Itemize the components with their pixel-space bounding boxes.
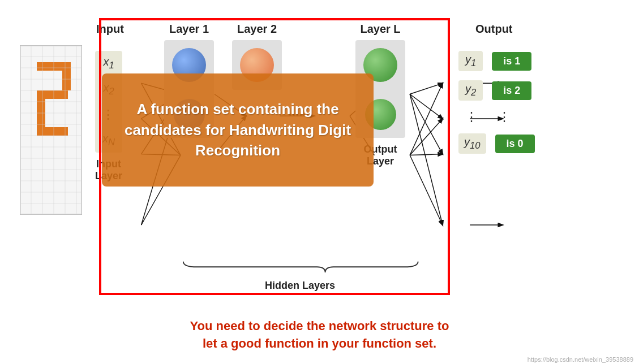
output-nodes-container: y1 is 1 y2 is 2 ⋮ ⋮ y10 is 0: [458, 51, 535, 154]
output-row-dots: ⋮ ⋮: [458, 110, 535, 124]
output-row-10: y10 is 0: [458, 133, 535, 154]
svg-rect-27: [62, 62, 71, 90]
output-badge-2: is 2: [492, 81, 531, 100]
output-top-label: Output: [475, 23, 513, 36]
svg-rect-28: [37, 90, 68, 99]
overlay-box: A function set containing the candidates…: [102, 73, 374, 187]
output-badge-1: is 1: [492, 52, 531, 71]
output-dots: ⋮: [458, 110, 478, 124]
output-label-y10: y10: [458, 133, 486, 154]
output-row-2: y2 is 2: [458, 80, 535, 101]
svg-rect-30: [37, 127, 68, 136]
watermark: https://blog.csdn.net/weixin_39538889: [528, 356, 633, 363]
main-container: Input x1 x2 ⋮ xN InputLayer Layer 1 Laye…: [0, 0, 639, 364]
output-badge-dots: ⋮: [487, 110, 511, 124]
bottom-text: You need to decide the network structure…: [190, 318, 449, 353]
diagram-area: Input x1 x2 ⋮ xN InputLayer Layer 1 Laye…: [11, 6, 628, 315]
output-label-y2: y2: [458, 80, 483, 101]
output-label-y1: y1: [458, 51, 483, 71]
output-badge-10: is 0: [495, 135, 535, 153]
input-image: [20, 45, 82, 215]
bottom-text-container: You need to decide the network structure…: [190, 315, 449, 358]
overlay-text: A function set containing the candidates…: [113, 99, 362, 161]
output-row-1: y1 is 1: [458, 51, 535, 71]
